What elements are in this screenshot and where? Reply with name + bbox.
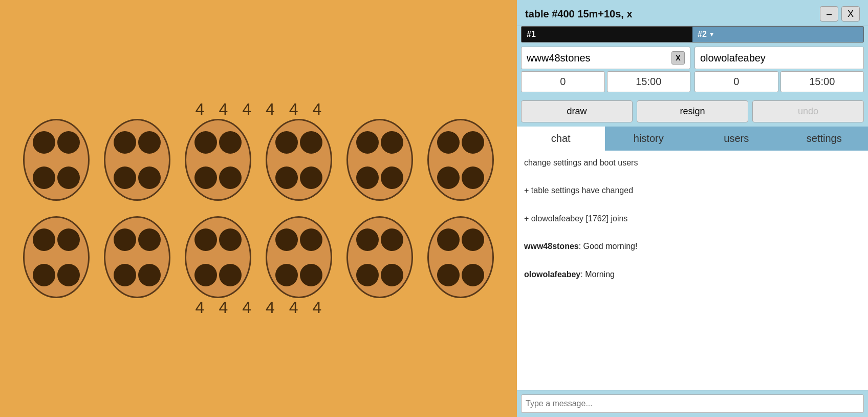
player1-x-badge[interactable]: X [671,51,685,65]
player2-header: #2 ▼ [692,27,863,42]
stone [33,166,55,189]
chat-input-area [517,390,868,417]
top-label-2: 4 [219,100,228,119]
pit-top-3[interactable] [185,119,251,201]
players-header-row: #1 #2 ▼ [521,26,864,43]
stone [194,264,217,286]
bottom-label-5: 4 [289,298,298,317]
chat-username-2: olowolafeabey [524,270,580,279]
chat-text-1: : Good morning! [579,242,638,251]
pit-top-4[interactable] [266,119,332,201]
tabs-row: chat history users settings [517,127,868,151]
stone [300,131,322,154]
top-label-4: 4 [266,100,275,119]
pit-bottom-2[interactable] [104,216,170,298]
stone [356,131,379,154]
stone [57,228,80,251]
stone [381,166,403,189]
stone [437,166,460,189]
player2-score: 0 [695,71,778,92]
stone [462,228,484,251]
player1-id: #1 [527,30,536,38]
top-label-5: 4 [289,100,298,119]
player2-name: olowolafeabey [700,52,766,64]
bottom-labels-row: 4 4 4 4 4 4 [196,298,322,317]
stone [356,166,379,189]
right-panel: table #400 15m+10s, x – X #1 #2 ▼ www48s… [517,0,868,417]
stone [114,228,136,251]
undo-button[interactable]: undo [752,100,864,122]
chat-message-5: olowolafeabey: Morning [524,267,861,281]
panel-header: table #400 15m+10s, x – X [517,0,868,26]
stone [138,131,161,154]
chat-message-2: + table settings have changed [524,183,861,197]
player2-time: 15:00 [780,71,864,92]
stone [437,131,460,154]
stone [194,131,217,154]
stone [300,166,322,189]
stone [462,166,484,189]
stone [194,166,217,189]
panel-title: table #400 15m+10s, x [525,8,633,20]
tab-settings[interactable]: settings [780,127,869,151]
top-label-3: 4 [242,100,251,119]
pit-top-6[interactable] [427,119,494,201]
pit-top-5[interactable] [346,119,413,201]
stone [381,264,403,286]
players-name-row: www48stones X olowolafeabey [521,47,864,69]
bottom-label-3: 4 [242,298,251,317]
stone [114,131,136,154]
player1-header: #1 [522,27,692,42]
stone [356,228,379,251]
player2-dropdown-arrow[interactable]: ▼ [709,31,715,38]
draw-button[interactable]: draw [521,100,633,122]
minimize-button[interactable]: – [820,6,838,22]
stone [356,264,379,286]
stone [275,166,298,189]
pit-bottom-1[interactable] [23,216,90,298]
top-pits-row[interactable] [23,119,494,201]
stone [437,264,460,286]
tab-chat[interactable]: chat [517,127,605,151]
stone [381,228,403,251]
pit-bottom-4[interactable] [266,216,332,298]
tab-history[interactable]: history [605,127,693,151]
stone [437,228,460,251]
chat-message-4: www48stones: Good morning! [524,239,861,253]
tab-users[interactable]: users [692,127,780,151]
pit-top-2[interactable] [104,119,170,201]
pit-bottom-5[interactable] [346,216,413,298]
close-button[interactable]: X [841,6,860,22]
player1-name: www48stones [527,52,591,64]
stone [57,166,80,189]
player2-score-group: 0 15:00 [695,71,864,92]
stone [219,166,242,189]
player2-name-cell: olowolafeabey [695,47,864,69]
chat-input[interactable] [521,394,864,413]
stone [300,264,322,286]
stone [275,228,298,251]
stone [275,131,298,154]
stone [462,131,484,154]
stone [138,228,161,251]
stone [114,264,136,286]
stone [219,228,242,251]
top-label-6: 4 [313,100,322,119]
stone [33,228,55,251]
resign-button[interactable]: resign [637,100,748,122]
stone [57,264,80,286]
chat-area: change settings and boot users + table s… [517,151,868,390]
player1-name-cell: www48stones X [521,47,690,69]
stone [219,264,242,286]
bottom-label-1: 4 [196,298,205,317]
scores-row: 0 15:00 0 15:00 [521,71,864,92]
top-label-1: 4 [196,100,205,119]
action-buttons: draw resign undo [517,96,868,127]
pit-bottom-3[interactable] [185,216,251,298]
pit-top-1[interactable] [23,119,90,201]
stone [138,264,161,286]
pit-bottom-6[interactable] [427,216,494,298]
bottom-pits-row[interactable] [23,216,494,298]
stone [114,166,136,189]
stone [57,131,80,154]
